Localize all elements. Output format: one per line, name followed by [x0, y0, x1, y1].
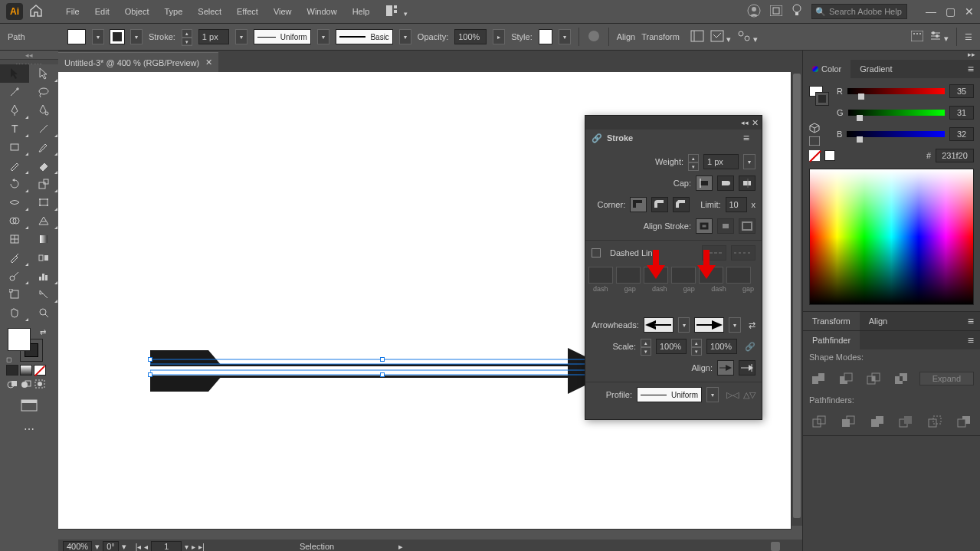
unite-button[interactable] — [809, 369, 828, 388]
style-drop[interactable]: ▾ — [559, 29, 571, 44]
dock-collapse[interactable]: ▸▸ — [803, 51, 980, 60]
transform-panel-menu[interactable]: ≡ — [962, 315, 980, 327]
gap-1[interactable] — [616, 267, 641, 284]
profile-drop[interactable]: ▾ — [317, 29, 329, 44]
gap-2[interactable] — [671, 267, 696, 284]
flip-along-icon[interactable]: ▷◁ — [726, 390, 739, 400]
workspace-switcher-icon[interactable]: ▾ — [386, 5, 408, 18]
home-icon[interactable] — [29, 4, 43, 19]
hex-input[interactable] — [936, 149, 974, 162]
pencil-tool[interactable] — [0, 156, 29, 175]
select-similar-icon[interactable]: ▾ — [737, 30, 758, 44]
scale-tool[interactable] — [29, 175, 58, 193]
stroke-stepper[interactable]: ▴▾ — [182, 29, 192, 44]
column-graph-tool[interactable] — [29, 267, 58, 285]
scale-end-input[interactable] — [706, 339, 737, 354]
clip-icon[interactable]: ▾ — [710, 30, 731, 44]
fill-swatch[interactable] — [67, 29, 86, 44]
color-panel-menu[interactable]: ≡ — [962, 63, 980, 75]
paintbrush-tool[interactable] — [29, 138, 58, 156]
white-swatch[interactable] — [824, 150, 835, 161]
status-menu[interactable]: ▸ — [398, 542, 403, 552]
symbol-sprayer-tool[interactable] — [0, 267, 29, 285]
tips-icon[interactable] — [792, 4, 802, 19]
link-scale-icon[interactable]: 🔗 — [745, 342, 755, 352]
artboard-tool[interactable] — [0, 285, 29, 303]
stroke-panel-menu[interactable]: ≡ — [737, 132, 755, 144]
document-tab[interactable]: Untitled-3* @ 400 % (RGB/Preview) ✕ — [58, 52, 218, 72]
r-slider[interactable] — [847, 88, 945, 94]
arrow-align-tip[interactable] — [717, 360, 734, 376]
colormode-gradient[interactable] — [20, 365, 32, 376]
prev-page[interactable]: ◂ — [144, 543, 148, 551]
recolor-icon[interactable] — [587, 29, 601, 44]
brush-def-select[interactable]: Basic — [336, 29, 393, 44]
arrowhead-end[interactable] — [694, 317, 724, 333]
tab-gradient[interactable]: Gradient — [851, 60, 901, 78]
arrow-artwork[interactable] — [150, 348, 618, 395]
collapse-icon[interactable]: ◂◂ — [741, 119, 749, 126]
arrow-end-drop[interactable]: ▾ — [729, 317, 741, 333]
zoom-drop[interactable]: ▾ — [95, 542, 100, 552]
swap-fill-stroke[interactable]: ⇄ — [40, 328, 46, 336]
scale-start-stepper[interactable]: ▴▾ — [641, 339, 651, 354]
divide-button[interactable] — [809, 412, 829, 431]
last-page[interactable]: ▸| — [198, 543, 205, 551]
draw-normal[interactable] — [6, 379, 18, 389]
stroke-drop[interactable]: ▾ — [130, 29, 143, 44]
scrollbar-vertical[interactable] — [792, 72, 802, 526]
arrow-start-drop[interactable]: ▾ — [678, 317, 690, 333]
intersect-button[interactable] — [864, 369, 883, 388]
zoom-field[interactable]: 400% — [63, 541, 92, 552]
minus-front-button[interactable] — [837, 369, 855, 388]
transform-label[interactable]: Transform — [641, 32, 680, 41]
slice-tool[interactable] — [29, 285, 58, 303]
scale-end-stepper[interactable]: ▴▾ — [691, 339, 702, 354]
arrange-docs-icon[interactable] — [770, 5, 782, 18]
rotate-tool[interactable] — [0, 175, 29, 193]
expand-button[interactable]: Expand — [919, 372, 974, 385]
align-center[interactable] — [696, 218, 713, 234]
panel-menu-icon[interactable]: ☰ — [965, 32, 972, 42]
gap-3[interactable] — [726, 267, 751, 284]
tab-transform[interactable]: Transform — [803, 312, 860, 330]
fill-stroke-control[interactable]: ⇄ ◻ — [0, 326, 58, 363]
lasso-tool[interactable] — [29, 83, 58, 101]
direct-selection-tool[interactable] — [29, 64, 58, 83]
style-swatch[interactable] — [539, 29, 552, 44]
rectangle-tool[interactable] — [0, 138, 29, 156]
line-segment-tool[interactable] — [29, 120, 58, 138]
perspective-grid-tool[interactable] — [29, 212, 58, 230]
corner-round[interactable] — [651, 197, 668, 212]
menu-file[interactable]: File — [58, 1, 87, 22]
crop-button[interactable] — [896, 412, 916, 431]
menu-object[interactable]: Object — [117, 1, 157, 22]
opacity-drop[interactable]: ▸ — [493, 29, 505, 44]
menu-type[interactable]: Type — [157, 1, 191, 22]
eyedropper-tool[interactable] — [0, 248, 29, 267]
g-slider[interactable] — [848, 110, 945, 116]
default-fill-stroke[interactable]: ◻ — [6, 356, 11, 363]
align-outside[interactable] — [739, 218, 755, 234]
next-page[interactable]: ▸ — [192, 543, 195, 551]
weight-stepper[interactable]: ▴▾ — [688, 154, 699, 169]
swap-arrowheads-icon[interactable]: ⇄ — [749, 320, 755, 330]
scale-start-input[interactable] — [656, 339, 687, 354]
edit-toolbar[interactable]: ⋯ — [0, 414, 58, 435]
page-field[interactable]: 1 — [151, 541, 182, 552]
profile-select[interactable]: Uniform — [254, 29, 311, 44]
maximize-button[interactable]: ▢ — [946, 5, 955, 18]
pathfinder-panel-menu[interactable]: ≡ — [962, 334, 980, 346]
search-input[interactable]: 🔍 Search Adobe Help — [811, 4, 907, 19]
rotation-field[interactable]: 0° — [103, 541, 119, 552]
width-tool[interactable] — [0, 193, 29, 212]
tab-pathfinder[interactable]: Pathfinder — [803, 331, 860, 349]
dashed-checkbox[interactable] — [592, 248, 601, 257]
none-swatch[interactable] — [809, 150, 820, 161]
selection-tool[interactable] — [0, 64, 29, 83]
brush-drop[interactable]: ▾ — [399, 29, 411, 44]
preferences-icon[interactable]: ▾ — [929, 31, 949, 44]
fill-color[interactable] — [8, 328, 31, 351]
flip-across-icon[interactable]: △▽ — [743, 390, 755, 400]
corner-miter[interactable] — [630, 197, 647, 212]
